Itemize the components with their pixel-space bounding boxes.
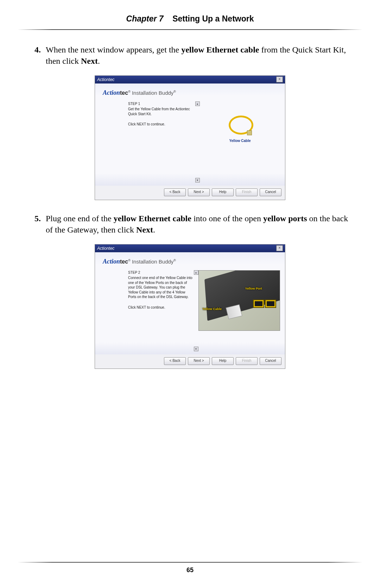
step-label: STEP 1 [128,101,195,106]
titlebar-brand: Actiontec [97,77,114,82]
chapter-header: Chapter 7 Setting Up a Network [25,14,355,24]
step-cta: Click NEXT to continue. [128,305,194,310]
next-button[interactable]: Next > [188,188,210,196]
step-text: When the next window appears, get the ye… [46,44,355,67]
reg-mark: ® [128,90,131,93]
photo-label-cable: Yellow Cable [202,307,222,311]
wizard-body: Actiontec® Installation Buddy® STEP 1 Ge… [95,83,285,186]
photo-label-port: Yellow Port [245,287,262,290]
text-run: . [98,56,100,66]
logo-bold: tec [120,259,128,265]
scroll-down-button[interactable]: ▾ [195,178,200,182]
cancel-button[interactable]: Cancel [260,357,281,365]
step-number: 4. [25,44,46,67]
wizard-content: STEP 1 Get the Yellow Cable from the Act… [100,101,280,182]
step-cta: Click NEXT to continue. [128,122,195,127]
product-name: Installation Buddy [131,90,174,96]
scrollbar[interactable]: ▴ ▾ [195,101,200,182]
help-button[interactable]: Help [212,188,234,196]
wizard-logo-header: Actiontec® Installation Buddy® [100,87,280,101]
wizard-illustration: Yellow Port Yellow Cable [198,270,280,351]
next-button[interactable]: Next > [188,357,210,365]
wizard-body: Actiontec® Installation Buddy® STEP 2 Co… [95,252,285,354]
step-description: Connect one end of the Yellow Cable into… [128,276,194,299]
titlebar-brand: Actiontec [97,246,114,251]
cancel-button[interactable]: Cancel [260,188,281,196]
wizard-window: Actiontec × Actiontec® Installation Budd… [95,244,285,369]
logo-script: Action [103,89,120,96]
instruction-step: 4. When the next window appears, get the… [25,44,355,67]
logo-bold: tec [120,90,128,96]
back-button[interactable]: < Back [164,357,186,365]
header-divider [18,29,362,30]
text-run: Plug one end of the [46,214,114,223]
finish-button: Finish [236,188,258,196]
product-name: Installation Buddy [131,259,174,265]
wizard-text-pane: STEP 1 Get the Yellow Cable from the Act… [128,101,195,182]
gateway-photo: Yellow Port Yellow Cable [198,270,280,331]
text-run: into one of the open [191,214,263,223]
text-run: . [153,225,155,234]
page-number: 65 [0,567,380,574]
wizard-logo-header: Actiontec® Installation Buddy® [100,256,280,270]
bold-run: yellow Ethernet cable [114,214,191,223]
scroll-up-button[interactable]: ▴ [194,270,198,275]
reg-mark: ® [173,90,176,93]
footer-divider [18,562,362,563]
help-button[interactable]: Help [212,357,234,365]
wizard-illustration: Yellow Cable [200,101,280,182]
wizard-text-pane: STEP 2 Connect one end of the Yellow Cab… [128,270,194,351]
figure-wrapper: Actiontec × Actiontec® Installation Budd… [25,244,355,369]
bold-run: Next [81,56,98,66]
reg-mark: ® [128,259,131,262]
bold-run: Next [136,225,153,234]
logo-script: Action [103,258,120,265]
bold-run: yellow Ethernet cable [181,45,259,54]
yellow-cable-icon [226,112,254,137]
illustration-caption: Yellow Cable [229,139,251,143]
wizard-content: STEP 2 Connect one end of the Yellow Cab… [100,270,280,351]
wizard-window: Actiontec × Actiontec® Installation Budd… [95,75,285,200]
close-button[interactable]: × [276,76,283,82]
finish-button: Finish [236,357,258,365]
wizard-button-row: < Back Next > Help Finish Cancel [95,354,285,369]
yellow-cable-icon [198,313,239,331]
scroll-up-button[interactable]: ▴ [195,101,200,106]
step-label: STEP 2 [128,270,194,275]
figure-wrapper: Actiontec × Actiontec® Installation Budd… [25,75,355,200]
scrollbar[interactable]: ▴ ▾ [194,270,198,351]
window-titlebar: Actiontec × [95,76,285,83]
scroll-down-button[interactable]: ▾ [194,347,198,351]
step-text: Plug one end of the yellow Ethernet cabl… [46,213,355,236]
window-titlebar: Actiontec × [95,245,285,252]
back-button[interactable]: < Back [164,188,186,196]
chapter-title: Setting Up a Network [172,14,254,23]
wizard-button-row: < Back Next > Help Finish Cancel [95,186,285,200]
step-number: 5. [25,213,46,236]
step-description: Get the Yellow Cable from the Actiontec … [128,107,195,116]
reg-mark: ® [173,259,176,262]
instruction-step: 5. Plug one end of the yellow Ethernet c… [25,213,355,236]
close-button[interactable]: × [276,245,283,251]
text-run: When the next window appears, get the [46,45,181,54]
bold-run: yellow ports [263,214,307,223]
chapter-number: Chapter 7 [126,14,164,23]
